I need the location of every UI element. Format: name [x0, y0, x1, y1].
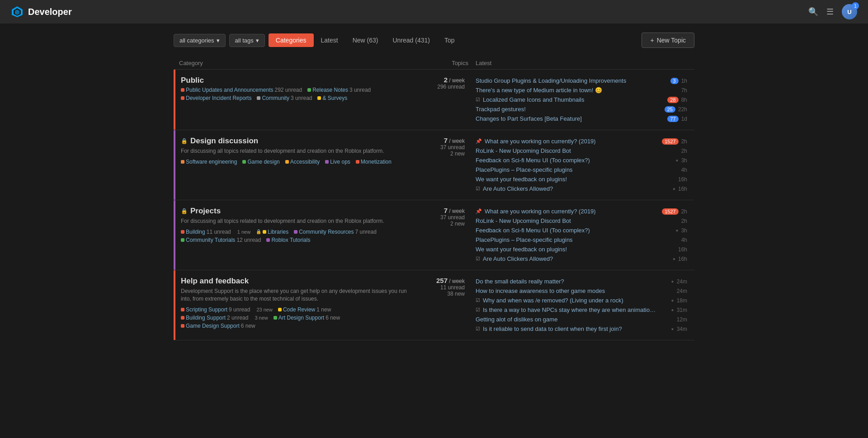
subcategories: Scripting Support 9 unread23 newCode Rev…	[181, 306, 418, 329]
category-desc: For discussing all topics related to dev…	[181, 147, 418, 155]
topic-link[interactable]: Are Auto Clickers Allowed?	[483, 185, 670, 192]
subcat-count: 2 unread	[227, 315, 248, 321]
topic-bullet: ●	[676, 158, 679, 163]
solved-icon: ☑	[476, 297, 480, 303]
topic-time: 31m	[677, 307, 687, 313]
subcat-name[interactable]: Monetization	[361, 159, 392, 165]
subcat-color-dot	[317, 96, 321, 100]
topbar: all categories ▾ all tags ▾ Categories L…	[174, 33, 694, 48]
topic-row: PlacePlugins – Place-specific plugins4h	[476, 165, 687, 174]
category-section: 🔒ProjectsFor discussing all topics relat…	[174, 200, 694, 270]
category-name[interactable]: 🔒Design discussion	[181, 137, 418, 146]
avatar-wrap[interactable]: U 1	[842, 4, 857, 19]
subcat-name[interactable]: Developer Incident Reports	[186, 95, 251, 101]
topic-time: 2h	[681, 218, 687, 224]
tags-filter[interactable]: all tags ▾	[229, 34, 265, 47]
subcat-name[interactable]: Community	[262, 95, 289, 101]
category-filter[interactable]: all categories ▾	[174, 34, 226, 47]
stat-count: 257 / week	[427, 277, 465, 284]
subcat-name[interactable]: & Surveys	[322, 95, 347, 101]
topic-time: 18m	[677, 297, 687, 304]
subcat-color-dot	[285, 160, 289, 164]
category-desc: Development Support is the place where y…	[181, 287, 418, 303]
subcat-count: 9 unread	[229, 306, 250, 313]
topic-time: 34m	[677, 326, 687, 332]
subcat-color-dot	[278, 308, 282, 311]
category-latest: Studio Group Plugins & Loading/Unloading…	[468, 70, 694, 130]
menu-icon[interactable]: ☰	[826, 7, 834, 17]
topic-link[interactable]: Localized Game Icons and Thumbnails	[483, 96, 665, 103]
topic-link[interactable]: What are you working on currently? (2019…	[485, 138, 659, 145]
subcat-name[interactable]: Release Notes	[312, 87, 348, 93]
topic-time: 2h	[681, 138, 687, 145]
topic-link[interactable]: Are Auto Clickers Allowed?	[483, 255, 670, 262]
subcategory-item: Developer Incident Reports	[181, 95, 251, 101]
topic-link[interactable]: Why and when was /e removed? (Living und…	[483, 297, 669, 304]
topic-link[interactable]: RoLink - New Upcoming Discord Bot	[476, 147, 679, 154]
subcat-new: 1 new	[232, 229, 250, 235]
subcat-color-dot	[274, 316, 277, 320]
topic-row: 📌What are you working on currently? (201…	[476, 137, 687, 146]
subcat-name[interactable]: Live ops	[330, 159, 350, 165]
topic-link[interactable]: Studio Group Plugins & Loading/Unloading…	[476, 77, 668, 84]
topic-link[interactable]: We want your feedback on plugins!	[476, 176, 675, 183]
stat-new: 38 new	[427, 291, 465, 297]
subcat-name[interactable]: Libraries	[268, 229, 288, 235]
subcat-name[interactable]: Game design	[247, 159, 279, 165]
subcategory-item: Building 11 unread1 new	[181, 229, 250, 235]
tab-unread[interactable]: Unread (431)	[385, 33, 437, 47]
subcat-count: 7 unread	[355, 229, 377, 235]
subcat-name[interactable]: Community Tutorials	[186, 237, 235, 243]
topic-link[interactable]: Getting alot of dislikes on game	[476, 316, 674, 323]
topic-row: We want your feedback on plugins!16h	[476, 174, 687, 184]
subcat-name[interactable]: Software engineering	[186, 159, 237, 165]
topic-time: 16h	[678, 246, 687, 253]
topic-link[interactable]: There's a new type of Medium article in …	[476, 87, 679, 94]
category-name[interactable]: 🔒Projects	[181, 207, 418, 216]
subcat-name[interactable]: Public Updates and Announcements	[186, 87, 273, 93]
subcategory-item: Accessibility	[285, 159, 320, 165]
tab-latest[interactable]: Latest	[314, 33, 345, 47]
subcategory-item: Code Review 1 new	[278, 306, 331, 313]
tab-top[interactable]: Top	[437, 33, 462, 47]
topic-link[interactable]: Trackpad gestures!	[476, 106, 662, 113]
subcat-name[interactable]: Building Support	[186, 315, 226, 321]
topic-row: Feedback on Sci-fi Menu UI (Too complex?…	[476, 155, 687, 165]
subcat-name[interactable]: Scripting Support	[186, 306, 227, 313]
subcat-name[interactable]: Code Review	[283, 306, 315, 313]
topic-row: ☑Why and when was /e removed? (Living un…	[476, 296, 687, 305]
new-topic-button[interactable]: + New Topic	[642, 33, 694, 48]
subcat-name[interactable]: Building	[186, 229, 205, 235]
tab-categories[interactable]: Categories	[269, 33, 314, 47]
category-desc: For discussing all topics related to dev…	[181, 217, 418, 225]
subcat-name[interactable]: Roblox Tutorials	[271, 237, 310, 243]
topic-link[interactable]: RoLink - New Upcoming Discord Bot	[476, 217, 679, 224]
topic-link[interactable]: Feedback on Sci-fi Menu UI (Too complex?…	[476, 157, 673, 164]
topic-link[interactable]: PlacePlugins – Place-specific plugins	[476, 166, 679, 173]
subcat-name[interactable]: Game Design Support	[186, 323, 240, 329]
tab-new[interactable]: New (63)	[345, 33, 386, 47]
subcategories: Public Updates and Announcements 292 unr…	[181, 87, 418, 101]
site-title: Developer	[28, 7, 72, 17]
topic-link[interactable]: Feedback on Sci-fi Menu UI (Too complex?…	[476, 227, 673, 234]
subcat-name[interactable]: Community Resources	[299, 229, 354, 235]
category-name[interactable]: Help and feedback	[181, 277, 418, 286]
search-icon[interactable]: 🔍	[808, 7, 818, 17]
topic-link[interactable]: How to increase awareness to other game …	[476, 287, 674, 294]
topic-link[interactable]: Is there a way to have NPCs stay where t…	[483, 306, 669, 313]
subcat-color-dot	[263, 230, 266, 234]
category-name[interactable]: Public	[181, 76, 418, 85]
topic-link[interactable]: Do the small details really matter?	[476, 278, 669, 285]
topic-link[interactable]: What are you working on currently? (2019…	[485, 208, 659, 215]
topic-link[interactable]: PlacePlugins – Place-specific plugins	[476, 236, 679, 243]
subcategory-item: Public Updates and Announcements 292 unr…	[181, 87, 302, 93]
topic-row: Do the small details really matter?●24m	[476, 277, 687, 286]
topic-link[interactable]: Is it reliable to send data to client wh…	[483, 325, 669, 332]
topic-row: Trackpad gestures!2522h	[476, 104, 687, 114]
solved-icon: ☑	[476, 256, 480, 262]
header-left: Developer	[11, 5, 72, 18]
subcat-name[interactable]: Art Design Support	[278, 315, 324, 321]
topic-link[interactable]: We want your feedback on plugins!	[476, 246, 675, 253]
subcat-name[interactable]: Accessibility	[290, 159, 320, 165]
topic-link[interactable]: Changes to Part Surfaces [Beta Feature]	[476, 115, 665, 122]
